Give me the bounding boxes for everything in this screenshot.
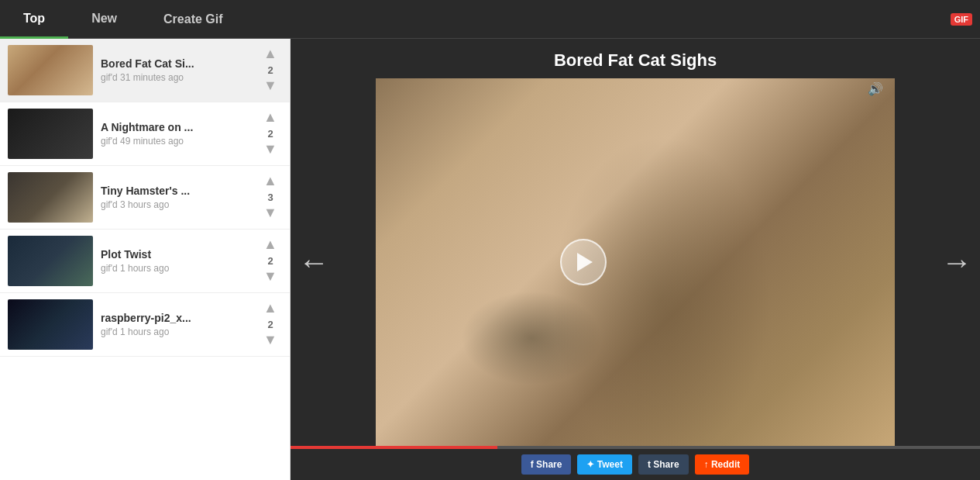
vote-count: 3	[267, 192, 273, 203]
bottom-bar: f Share✦ Tweett Share↑ Reddit	[291, 449, 980, 480]
social-btn-reddit[interactable]: ↑ Reddit	[695, 454, 750, 475]
list-item[interactable]: Tiny Hamster's ... gif'd 3 hours ago ▲ 3…	[0, 166, 290, 230]
cat-background	[376, 78, 895, 446]
vote-count: 2	[267, 255, 273, 267]
item-title: Tiny Hamster's ...	[101, 185, 251, 197]
next-arrow[interactable]: →	[941, 245, 972, 280]
thumbnail-2	[8, 109, 93, 159]
item-meta: gif'd 3 hours ago	[101, 199, 251, 210]
upvote-arrow[interactable]: ▲	[263, 46, 277, 63]
main-content: Bored Fat Cat Si... gif'd 31 minutes ago…	[0, 39, 980, 480]
vote-controls: ▲ 2 ▼	[259, 300, 282, 348]
item-info: Bored Fat Cat Si... gif'd 31 minutes ago	[93, 57, 259, 83]
vote-controls: ▲ 2 ▼	[259, 109, 282, 157]
item-info: Tiny Hamster's ... gif'd 3 hours ago	[93, 185, 259, 210]
prev-arrow[interactable]: ←	[298, 245, 329, 280]
item-title: Plot Twist	[101, 248, 251, 261]
item-meta: gif'd 49 minutes ago	[101, 136, 251, 147]
item-meta: gif'd 1 hours ago	[101, 326, 251, 337]
upvote-arrow[interactable]: ▲	[263, 300, 277, 317]
vote-controls: ▲ 3 ▼	[259, 173, 282, 221]
upvote-arrow[interactable]: ▲	[263, 173, 277, 190]
thumbnail-4	[8, 236, 93, 286]
vote-count: 2	[267, 64, 273, 76]
vote-count: 2	[267, 319, 273, 330]
list-item[interactable]: A Nightmare on ... gif'd 49 minutes ago …	[0, 102, 290, 166]
social-btn-tw[interactable]: ✦ Tweet	[577, 454, 631, 475]
tab-create-gif[interactable]: Create Gif	[140, 0, 246, 38]
downvote-arrow[interactable]: ▼	[263, 332, 277, 349]
vote-count: 2	[267, 128, 273, 140]
upvote-arrow[interactable]: ▲	[263, 237, 277, 254]
video-container: ← 🔊 →	[291, 78, 980, 446]
item-info: Plot Twist gif'd 1 hours ago	[93, 248, 259, 274]
top-nav: Top New Create Gif GIF	[0, 0, 980, 39]
item-title: raspberry-pi2_x...	[101, 312, 251, 324]
downvote-arrow[interactable]: ▼	[263, 78, 277, 95]
social-btn-fb[interactable]: f Share	[521, 454, 572, 475]
play-button[interactable]	[560, 239, 607, 285]
social-btn-tumb[interactable]: t Share	[638, 454, 689, 475]
item-meta: gif'd 31 minutes ago	[101, 72, 251, 83]
item-info: raspberry-pi2_x... gif'd 1 hours ago	[93, 312, 259, 337]
item-title: Bored Fat Cat Si...	[101, 57, 251, 70]
vote-controls: ▲ 2 ▼	[259, 237, 282, 285]
main-view: Bored Fat Cat Sighs ← 🔊 → f Share✦ Tweet…	[291, 39, 980, 480]
downvote-arrow[interactable]: ▼	[263, 268, 277, 285]
item-meta: gif'd 1 hours ago	[101, 263, 251, 274]
list-item[interactable]: Bored Fat Cat Si... gif'd 31 minutes ago…	[0, 39, 290, 102]
gif-badge: GIF	[951, 13, 972, 26]
tab-top[interactable]: Top	[0, 1, 68, 39]
video-title: Bored Fat Cat Sighs	[291, 39, 980, 78]
thumbnail-5	[8, 299, 93, 350]
video-area: 🔊	[376, 78, 895, 446]
item-info: A Nightmare on ... gif'd 49 minutes ago	[93, 121, 259, 147]
sidebar: Bored Fat Cat Si... gif'd 31 minutes ago…	[0, 39, 291, 480]
upvote-arrow[interactable]: ▲	[263, 109, 277, 126]
list-item[interactable]: Plot Twist gif'd 1 hours ago ▲ 2 ▼	[0, 230, 290, 293]
volume-icon[interactable]: 🔊	[868, 81, 883, 96]
tab-new[interactable]: New	[68, 1, 140, 39]
thumbnail-3	[8, 172, 93, 223]
downvote-arrow[interactable]: ▼	[263, 205, 277, 222]
item-title: A Nightmare on ...	[101, 121, 251, 133]
downvote-arrow[interactable]: ▼	[263, 141, 277, 158]
thumbnail-1	[8, 45, 93, 95]
vote-controls: ▲ 2 ▼	[259, 46, 282, 94]
list-item[interactable]: raspberry-pi2_x... gif'd 1 hours ago ▲ 2…	[0, 293, 290, 357]
